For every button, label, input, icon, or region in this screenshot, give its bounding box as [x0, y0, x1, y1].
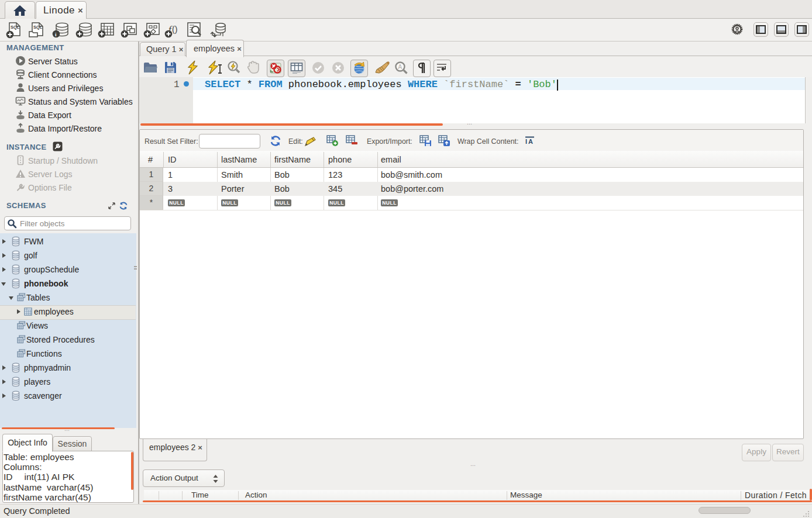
- svg-text:A: A: [528, 138, 533, 145]
- svg-text:A: A: [398, 64, 402, 70]
- svg-text:SQL: SQL: [33, 25, 43, 30]
- svg-text:I: I: [525, 138, 527, 145]
- svg-text:SQL: SQL: [11, 25, 20, 30]
- svg-text:(): (): [172, 25, 177, 34]
